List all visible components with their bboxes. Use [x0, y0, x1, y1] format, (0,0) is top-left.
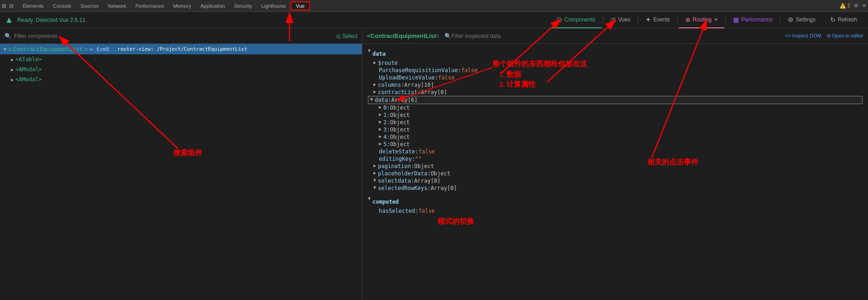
hasselected-value: false — [418, 208, 435, 214]
devtools-collapse-icon[interactable]: ⊟ — [9, 3, 14, 9]
nav-routing[interactable]: ⊕ Routing ▼ — [679, 12, 724, 28]
contractlist-key: contractList: — [378, 89, 421, 95]
devtools-expand-icon[interactable]: ⊞ — [2, 3, 6, 9]
editingkey-key: editingKey: — [379, 156, 415, 162]
data3-arrow: ▶ — [379, 126, 382, 132]
data4-value: Object — [390, 134, 409, 140]
tab-application[interactable]: Application — [196, 2, 230, 10]
computed-section-header[interactable]: ▼ computed — [368, 195, 863, 207]
vuex-icon: ◷ — [610, 16, 616, 23]
select-label: Select — [342, 33, 357, 39]
settings-gear-icon: ⚙ — [788, 16, 794, 23]
columns-arrow: ▶ — [373, 82, 376, 87]
computed-section-label: computed — [372, 199, 399, 205]
contractlist-value: Array[0] — [421, 89, 447, 95]
tab-vue[interactable]: Vue — [290, 1, 310, 11]
data-child-3[interactable]: ▶ 3: Object — [368, 126, 863, 133]
amodal2-arrow: ▶ — [11, 77, 14, 82]
nav-events[interactable]: ✦ Events — [639, 12, 677, 28]
computed-section-arrow: ▼ — [368, 196, 371, 201]
data-child-2[interactable]: ▶ 2: Object — [368, 119, 863, 126]
data-child-1[interactable]: ▶ 1: Object — [368, 111, 863, 119]
data5-arrow: ▶ — [379, 141, 382, 146]
editingkey-row: editingKey: "" — [368, 155, 863, 163]
selectdata-arrow: ▼ — [373, 178, 376, 183]
selectedrowkeys-row[interactable]: ▼ selectedRowKeys: Array[0] — [368, 184, 863, 192]
component-vm-attr: = $vm0 — [89, 46, 109, 53]
selectedrowkeys-key: selectedRowKeys: — [378, 185, 431, 191]
performance-icon: ▦ — [733, 16, 739, 23]
settings-icon[interactable]: ⚙ — [854, 3, 858, 9]
editingkey-value: "" — [415, 156, 421, 162]
browser-tab-bar: ⊞ ⊟ Elements Console Sources Network Per… — [0, 0, 868, 12]
data-section-header[interactable]: ▼ data — [368, 47, 863, 59]
data-array-key: data: — [375, 97, 391, 103]
selectdata-value: Array[0] — [414, 178, 441, 184]
nav-sep-4 — [725, 16, 726, 25]
nav-sep-1 — [603, 16, 603, 25]
deletestate-row: deleteState: false — [368, 148, 863, 155]
data-child-5[interactable]: ▶ 5: Object — [368, 141, 863, 148]
open-editor-link[interactable]: ⧉ Open in editor — [827, 33, 863, 39]
vue-ready-text: Ready. Detected Vue 2.6.11. — [17, 17, 87, 23]
filter-search-icon: 🔍 — [5, 33, 11, 39]
columns-value: Array[10] — [404, 82, 434, 88]
deletestate-key: deleteState: — [379, 148, 418, 155]
filter-inspect-icon: 🔍 — [444, 33, 451, 39]
data2-key: 2: — [383, 119, 390, 126]
nav-refresh[interactable]: ↻ Refresh — [824, 12, 863, 28]
tab-console[interactable]: Console — [48, 2, 76, 10]
data-child-4[interactable]: ▶ 4: Object — [368, 133, 863, 141]
pagination-value: Object — [414, 163, 434, 169]
data1-value: Object — [390, 112, 409, 118]
hasselected-key: hasSelected: — [379, 208, 418, 214]
tab-security[interactable]: Security — [229, 2, 257, 10]
tab-sources[interactable]: Sources — [76, 2, 103, 10]
nav-performance[interactable]: ▦ Performance — [727, 12, 779, 28]
inspect-dom-link[interactable]: <> Inspect DOM — [785, 33, 822, 39]
placeholderdata-row[interactable]: ▶ placeholderData: Object — [368, 170, 863, 177]
nav-components[interactable]: ⬡ Components — [550, 12, 602, 28]
data2-value: Object — [390, 119, 409, 126]
tab-elements[interactable]: Elements — [18, 2, 48, 10]
nav-sep-3 — [677, 16, 678, 25]
amodal1-arrow: ▶ — [11, 67, 14, 72]
data-tree: ▼ data ▶ $route PurchaseRequisitionValue… — [368, 47, 863, 215]
data-child-0[interactable]: ▶ 0: Object — [368, 104, 863, 111]
component-row-atable[interactable]: ▶ <ATable> — [0, 54, 362, 64]
upload-key: UploadDeviceValue: — [379, 74, 438, 81]
data-array-row[interactable]: ▼ data: Array[6] — [368, 96, 863, 104]
warning-icon[interactable]: ⚠️ 2 — [840, 3, 850, 9]
close-icon[interactable]: ✕ — [862, 3, 866, 9]
tab-lighthouse[interactable]: Lighthouse — [257, 2, 290, 10]
columns-row[interactable]: ▶ columns: Array[10] — [368, 81, 863, 89]
tab-network[interactable]: Network — [103, 2, 131, 10]
nav-vuex-label: Vuex — [618, 16, 630, 23]
filter-inspect-input[interactable] — [451, 33, 785, 39]
component-row-amodal-2[interactable]: ▶ <AModal> — [0, 74, 362, 84]
data3-value: Object — [390, 126, 409, 133]
components-icon: ⬡ — [557, 16, 562, 23]
route-row[interactable]: ▶ $route — [368, 59, 863, 67]
nav-settings[interactable]: ⚙ Settings — [781, 12, 822, 28]
pagination-arrow: ▶ — [373, 163, 376, 168]
contractlist-row[interactable]: ▶ contractList: Array[0] — [368, 89, 863, 96]
nav-events-label: Events — [653, 16, 670, 23]
selectdata-row[interactable]: ▼ selectdata: Array[0] — [368, 177, 863, 184]
pagination-row[interactable]: ▶ pagination: Object — [368, 163, 863, 170]
select-button[interactable]: ◎ Select — [336, 33, 357, 39]
tab-memory[interactable]: Memory — [169, 2, 196, 10]
page-wrapper: ⊞ ⊟ Elements Console Sources Network Per… — [0, 0, 868, 300]
data-section-label: data — [372, 51, 386, 57]
nav-sep-5 — [780, 16, 780, 25]
component-row-amodal-1[interactable]: ▶ <AModal> — [0, 64, 362, 74]
filter-components-input[interactable] — [14, 33, 336, 39]
data3-key: 3: — [383, 126, 390, 133]
main-area: ▼ < ContractEquipmentList > = $vm0 route… — [0, 44, 868, 300]
tab-performance[interactable]: Performance — [131, 2, 169, 10]
purchase-row: PurchaseRequisitionValue: false — [368, 67, 863, 74]
nav-vuex[interactable]: ◷ Vuex — [604, 12, 637, 28]
component-row-selected[interactable]: ▼ < ContractEquipmentList > = $vm0 route… — [0, 44, 362, 54]
nav-sep-2 — [638, 16, 638, 25]
right-panel: ▼ data ▶ $route PurchaseRequisitionValue… — [362, 44, 868, 300]
